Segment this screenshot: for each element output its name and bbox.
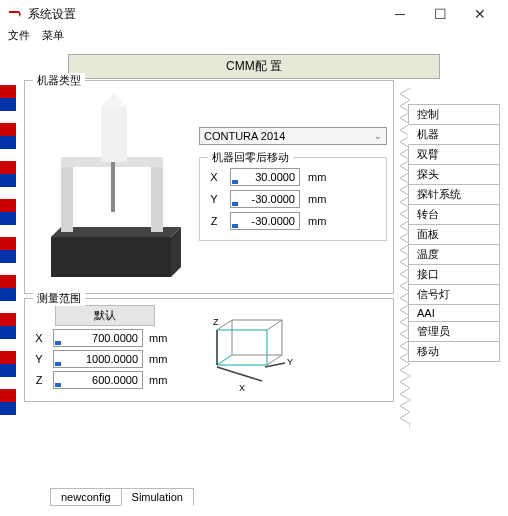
- minimize-button[interactable]: ─: [380, 0, 420, 28]
- btab-newconfig[interactable]: newconfig: [50, 488, 122, 506]
- tab-panel[interactable]: 面板: [408, 224, 500, 245]
- axis-3d-preview: Z X Y: [187, 305, 307, 395]
- menu-menu[interactable]: 菜单: [42, 28, 64, 48]
- homing-label: 机器回零后移动: [208, 150, 293, 165]
- unit-label: mm: [308, 193, 326, 205]
- svg-line-12: [217, 320, 232, 330]
- menu-file[interactable]: 文件: [8, 28, 30, 48]
- svg-line-13: [267, 320, 282, 330]
- range-z-input[interactable]: 600.0000: [53, 371, 143, 389]
- app-icon: [8, 7, 22, 21]
- unit-label: mm: [149, 353, 167, 365]
- page-title-banner: CMM配 置: [68, 54, 440, 79]
- homing-x-label: X: [206, 171, 222, 183]
- range-x-input[interactable]: 700.0000: [53, 329, 143, 347]
- bottom-tab-list: newconfig Simulation: [50, 488, 193, 506]
- window-controls: ─ ☐ ✕: [380, 0, 500, 28]
- tab-signal[interactable]: 信号灯: [408, 284, 500, 305]
- menubar: 文件 菜单: [0, 28, 508, 48]
- chevron-down-icon: ⌄: [374, 131, 382, 141]
- homing-group: 机器回零后移动 X 30.0000 mm Y -30.0000 mm Z -30…: [199, 157, 387, 241]
- dropdown-selected: CONTURA 2014: [204, 130, 285, 142]
- tab-dualarm[interactable]: 双臂: [408, 144, 500, 165]
- homing-x-input[interactable]: 30.0000: [230, 168, 300, 186]
- tab-machine[interactable]: 机器: [408, 124, 500, 145]
- maximize-button[interactable]: ☐: [420, 0, 460, 28]
- svg-line-18: [265, 363, 285, 367]
- unit-label: mm: [308, 171, 326, 183]
- machine-image: [31, 87, 191, 287]
- x-axis-label: X: [239, 383, 245, 393]
- tab-move[interactable]: 移动: [408, 341, 500, 362]
- close-button[interactable]: ✕: [460, 0, 500, 28]
- tab-temp[interactable]: 温度: [408, 244, 500, 265]
- unit-label: mm: [149, 374, 167, 386]
- unit-label: mm: [308, 215, 326, 227]
- range-z-label: Z: [31, 374, 47, 386]
- range-default-header: 默认: [55, 305, 155, 326]
- svg-rect-7: [101, 107, 127, 162]
- tab-admin[interactable]: 管理员: [408, 321, 500, 342]
- tab-control[interactable]: 控制: [408, 104, 500, 125]
- unit-label: mm: [149, 332, 167, 344]
- tab-aai[interactable]: AAI: [408, 304, 500, 322]
- svg-line-15: [217, 355, 232, 365]
- machine-type-group: 机器类型 CONTURA 2014 ⌄: [24, 80, 394, 294]
- range-y-label: Y: [31, 353, 47, 365]
- left-indicator-blocks: [0, 85, 16, 415]
- homing-z-label: Z: [206, 215, 222, 227]
- range-group: 测量范围 默认 X 700.0000 mm Y 1000.0000 mm Z 6…: [24, 298, 394, 402]
- svg-rect-1: [51, 237, 171, 277]
- main-panel: 机器类型 CONTURA 2014 ⌄: [24, 80, 394, 406]
- machine-model-dropdown[interactable]: CONTURA 2014 ⌄: [199, 127, 387, 145]
- btab-simulation[interactable]: Simulation: [121, 488, 194, 506]
- svg-rect-0: [9, 11, 19, 13]
- homing-y-input[interactable]: -30.0000: [230, 190, 300, 208]
- machine-type-label: 机器类型: [33, 73, 85, 88]
- titlebar: 系统设置 ─ ☐ ✕: [0, 0, 508, 28]
- window-title: 系统设置: [28, 6, 380, 23]
- homing-z-input[interactable]: -30.0000: [230, 212, 300, 230]
- tab-probe[interactable]: 探头: [408, 164, 500, 185]
- tab-rotary[interactable]: 转台: [408, 204, 500, 225]
- svg-rect-4: [61, 162, 73, 232]
- range-x-label: X: [31, 332, 47, 344]
- svg-rect-5: [151, 162, 163, 232]
- right-tab-list: 控制 机器 双臂 探头 探针系统 转台 面板 温度 接口 信号灯 AAI 管理员…: [408, 104, 500, 361]
- range-y-input[interactable]: 1000.0000: [53, 350, 143, 368]
- svg-line-17: [217, 367, 262, 381]
- svg-marker-8: [101, 92, 127, 107]
- homing-y-label: Y: [206, 193, 222, 205]
- tab-probesys[interactable]: 探针系统: [408, 184, 500, 205]
- range-label: 测量范围: [33, 291, 85, 306]
- z-axis-label: Z: [213, 317, 219, 327]
- svg-rect-9: [111, 162, 115, 212]
- y-axis-label: Y: [287, 357, 293, 367]
- tab-interface[interactable]: 接口: [408, 264, 500, 285]
